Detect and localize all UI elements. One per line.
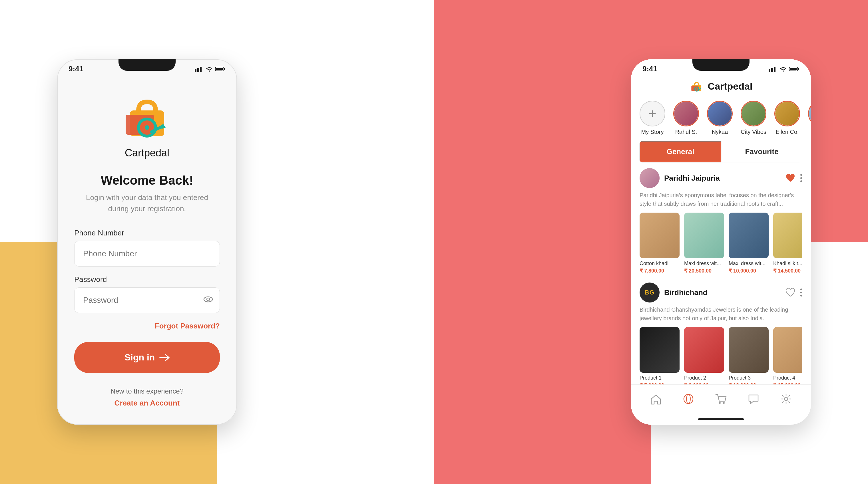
brand-avatar-birdhichand: BG — [640, 283, 659, 302]
bg-q2 — [217, 0, 434, 242]
story-skas[interactable]: SKas — [808, 101, 811, 135]
nav-cart[interactable] — [712, 390, 730, 408]
product-card-6[interactable]: Product 2 ₹ 8,000.00 — [684, 327, 724, 384]
left-screen-content: Cartpedal Welcome Back! Login with your … — [57, 73, 237, 425]
eye-icon[interactable] — [203, 296, 213, 305]
product-card-3[interactable]: Maxi dress wit... ₹ 10,000.00 — [728, 213, 769, 274]
home-indicator-right — [631, 416, 811, 425]
product-img-7 — [728, 327, 769, 373]
password-label: Password — [74, 275, 220, 284]
story-city-vibes[interactable]: City Vibes — [741, 101, 766, 135]
story-avatar-city-vibes — [741, 101, 766, 126]
story-avatar-ellen — [774, 101, 800, 126]
product-price-7: ₹ 12,000.00 — [728, 382, 769, 384]
product-name-6: Product 2 — [684, 375, 724, 381]
sign-in-button[interactable]: Sign in — [74, 342, 220, 373]
product-card-4[interactable]: Khadi silk t... ₹ 14,500.00 — [773, 213, 802, 274]
forgot-password-container: Forgot Password? — [74, 322, 220, 330]
welcome-title: Welcome Back! — [101, 173, 193, 188]
status-icons-left — [195, 66, 225, 72]
product-name-2: Maxi dress wit... — [684, 261, 724, 266]
product-card-5[interactable]: Product 1 ₹ 5,000.00 — [640, 327, 680, 384]
story-avatar-nykaa — [707, 101, 733, 126]
story-label-nykaa: Nykaa — [712, 129, 728, 135]
svg-point-14 — [207, 298, 210, 301]
nav-settings[interactable] — [777, 390, 795, 408]
svg-point-32 — [800, 180, 802, 182]
svg-point-40 — [723, 402, 725, 404]
story-rahul[interactable]: Rahul S. — [673, 101, 699, 135]
home-nav-icon — [650, 393, 661, 405]
brand-desc-birdhichand: Birdhichand Ghanshyamdas Jewelers is one… — [640, 305, 802, 322]
tab-favourite[interactable]: Favourite — [721, 141, 802, 162]
heart-icon-birdhichand[interactable] — [785, 288, 796, 297]
product-img-4 — [773, 213, 802, 258]
story-ellen[interactable]: Ellen Co. — [774, 101, 800, 135]
brand-info-birdhichand: BG Birdhichand — [640, 283, 708, 302]
svg-point-30 — [800, 174, 802, 176]
product-card-7[interactable]: Product 3 ₹ 12,000.00 — [728, 327, 769, 384]
logo-container: Cartpedal — [119, 88, 176, 159]
nav-chat[interactable] — [745, 390, 762, 408]
forgot-password-link[interactable]: Forgot Password? — [155, 322, 220, 330]
story-label-city-vibes: City Vibes — [741, 129, 766, 135]
product-card-8[interactable]: Product 4 ₹ 15,000.00 — [773, 327, 802, 384]
right-phone: 9:41 Cartpedal — [631, 59, 811, 425]
story-my-story[interactable]: My Story — [640, 101, 665, 135]
product-img-1 — [640, 213, 680, 258]
svg-point-41 — [784, 397, 788, 401]
more-icon-birdhichand[interactable] — [800, 288, 802, 297]
story-nykaa[interactable]: Nykaa — [707, 101, 733, 135]
more-icon-paridhi[interactable] — [800, 174, 802, 182]
svg-point-3 — [209, 70, 210, 72]
create-account-link[interactable]: Create an Account — [115, 399, 180, 408]
phone-form-group: Phone Number — [74, 229, 220, 266]
product-name-8: Product 4 — [773, 375, 802, 381]
product-price-1: ₹ 7,800.00 — [640, 268, 680, 274]
svg-rect-6 — [216, 68, 223, 70]
new-account-text: New to this experience? — [111, 387, 184, 395]
product-price-2: ₹ 20,500.00 — [684, 268, 724, 274]
product-card-2[interactable]: Maxi dress wit... ₹ 20,500.00 — [684, 213, 724, 274]
brand-actions-birdhichand — [785, 288, 802, 297]
nav-globe[interactable] — [680, 390, 697, 408]
bg-q7 — [434, 242, 651, 484]
brand-card-paridhi: Paridhi Jaipuria Paridhi Jaipuria's epon… — [640, 168, 802, 274]
heart-icon-paridhi[interactable] — [785, 173, 796, 183]
product-name-1: Cotton khadi — [640, 261, 680, 266]
story-label-my-story: My Story — [641, 129, 664, 135]
svg-point-31 — [800, 177, 802, 179]
story-label-rahul: Rahul S. — [675, 129, 697, 135]
brand-header-birdhichand: BG Birdhichand — [640, 283, 802, 302]
battery-icon-right — [789, 66, 800, 72]
notch-right — [692, 59, 749, 71]
svg-point-34 — [800, 292, 802, 293]
story-avatar-rahul — [673, 101, 699, 126]
cart-nav-icon — [715, 393, 727, 405]
story-add-avatar — [640, 101, 665, 126]
sign-in-label: Sign in — [124, 352, 155, 363]
product-img-2 — [684, 213, 724, 258]
plus-icon — [647, 108, 657, 119]
password-wrapper — [74, 287, 220, 313]
right-screen: 9:41 Cartpedal — [631, 59, 811, 425]
brands-list: Paridhi Jaipuria Paridhi Jaipuria's epon… — [631, 168, 811, 384]
nav-home[interactable] — [647, 390, 664, 408]
bottom-nav — [631, 384, 811, 416]
product-card-1[interactable]: Cotton khadi ₹ 7,800.00 — [640, 213, 680, 274]
product-name-4: Khadi silk t... — [773, 261, 802, 266]
app-name-left: Cartpedal — [125, 147, 169, 159]
product-img-3 — [728, 213, 769, 258]
password-input[interactable] — [74, 287, 220, 313]
tab-general[interactable]: General — [640, 141, 721, 162]
product-img-5 — [640, 327, 680, 373]
phone-input[interactable] — [74, 241, 220, 266]
svg-rect-21 — [790, 68, 797, 70]
svg-rect-0 — [195, 69, 196, 72]
right-app-header: Cartpedal — [631, 73, 811, 98]
products-row-paridhi: Cotton khadi ₹ 7,800.00 Maxi dress wit..… — [640, 213, 802, 274]
battery-icon-left — [215, 66, 225, 72]
svg-point-10 — [145, 125, 149, 130]
product-price-4: ₹ 14,500.00 — [773, 268, 802, 274]
svg-rect-16 — [771, 68, 773, 72]
